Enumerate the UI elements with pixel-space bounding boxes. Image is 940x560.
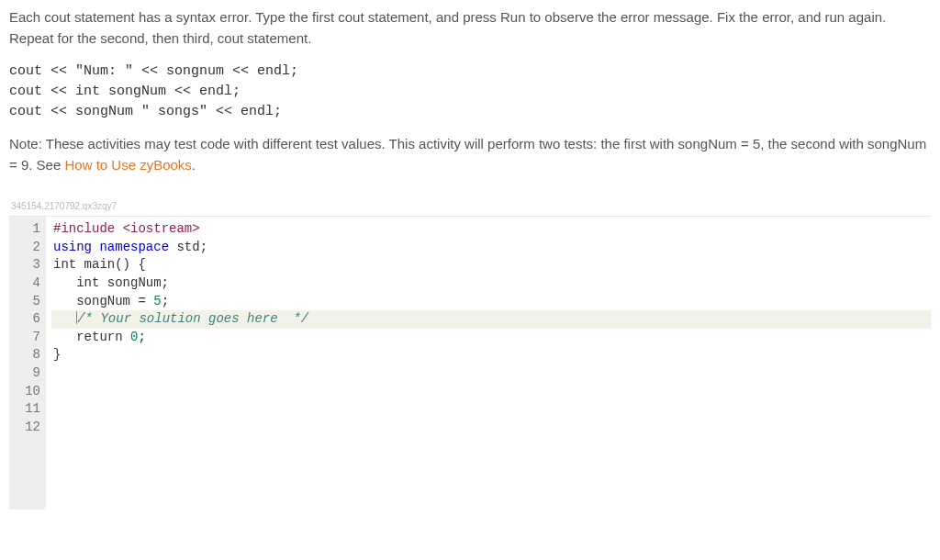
- code-line-5: int songNum;: [51, 274, 931, 293]
- code-line-4: int main() {: [51, 256, 931, 274]
- code-line-12: }: [51, 346, 931, 364]
- gutter-line: 8: [18, 346, 40, 364]
- code-editor[interactable]: 1 2 3 4 5 6 7 8 9 10 11 12 #include <ios…: [9, 216, 931, 510]
- code-content[interactable]: #include <iostream> using namespace std;…: [46, 217, 931, 510]
- example-line-2: cout << int songNum << endl;: [9, 84, 241, 99]
- note-suffix: .: [192, 157, 196, 173]
- code-line-2: using namespace std;: [51, 239, 931, 257]
- line-number-gutter: 1 2 3 4 5 6 7 8 9 10 11 12: [9, 217, 46, 510]
- code-line-11: return 0;: [51, 329, 931, 347]
- gutter-line: 6: [18, 310, 40, 329]
- gutter-line: 4: [18, 274, 40, 293]
- note-paragraph: Note: These activities may test code wit…: [9, 134, 931, 175]
- gutter-line: 1: [18, 220, 40, 239]
- code-examples-block: cout << "Num: " << songnum << endl; cout…: [9, 62, 931, 121]
- gutter-line: 9: [18, 364, 40, 383]
- gutter-line: 5: [18, 293, 40, 311]
- watermark-id: 345154.2170792.qx3zqy7: [11, 199, 931, 213]
- gutter-line: 12: [18, 419, 40, 437]
- gutter-line: 11: [18, 400, 40, 419]
- code-line-1: #include <iostream>: [51, 220, 931, 239]
- example-line-3: cout << songNum " songs" << endl;: [9, 104, 282, 119]
- zybooks-link[interactable]: How to Use zyBooks: [64, 157, 191, 173]
- instructions-paragraph-1: Each cout statement has a syntax error. …: [9, 7, 931, 49]
- gutter-line: 7: [18, 329, 40, 347]
- gutter-line: 2: [18, 239, 40, 257]
- example-line-1: cout << "Num: " << songnum << endl;: [9, 63, 298, 79]
- code-line-9-highlighted: /* Your solution goes here */: [51, 310, 931, 329]
- code-line-7: songNum = 5;: [51, 293, 931, 311]
- gutter-line: 3: [18, 256, 40, 274]
- gutter-line: 10: [18, 383, 40, 401]
